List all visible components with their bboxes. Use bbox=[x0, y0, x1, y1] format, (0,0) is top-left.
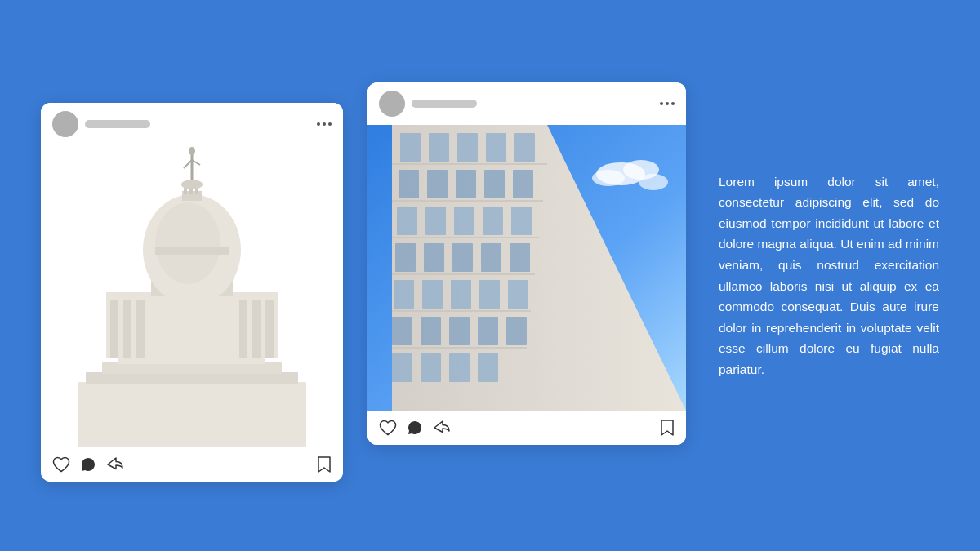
svg-rect-62 bbox=[392, 317, 412, 345]
svg-rect-59 bbox=[451, 280, 471, 309]
svg-rect-1 bbox=[86, 372, 298, 384]
dot-r-1 bbox=[660, 102, 663, 105]
svg-rect-66 bbox=[506, 317, 527, 345]
bookmark-button-right[interactable] bbox=[660, 419, 675, 437]
avatar-right bbox=[379, 91, 405, 117]
post-image-right bbox=[368, 125, 686, 411]
svg-rect-49 bbox=[454, 207, 474, 235]
svg-rect-37 bbox=[400, 133, 421, 162]
card-header-left bbox=[41, 103, 343, 145]
svg-rect-69 bbox=[449, 353, 470, 382]
svg-rect-61 bbox=[508, 280, 528, 309]
dot-2 bbox=[323, 122, 326, 126]
comment-button-right[interactable] bbox=[407, 420, 423, 436]
svg-rect-68 bbox=[421, 353, 441, 382]
svg-rect-41 bbox=[514, 133, 535, 162]
svg-point-35 bbox=[639, 174, 668, 190]
svg-rect-45 bbox=[484, 170, 505, 198]
svg-rect-43 bbox=[427, 170, 448, 198]
building-svg bbox=[368, 125, 686, 411]
svg-rect-8 bbox=[239, 300, 247, 358]
header-right-group bbox=[379, 91, 477, 117]
share-button-right[interactable] bbox=[433, 420, 451, 436]
svg-rect-60 bbox=[479, 280, 500, 309]
svg-rect-58 bbox=[422, 280, 443, 309]
main-container: Lorem ipsum dolor sit amet, consectetur … bbox=[0, 0, 980, 551]
more-options-button[interactable] bbox=[317, 122, 332, 126]
svg-rect-5 bbox=[110, 300, 118, 358]
heart-button[interactable] bbox=[52, 456, 70, 473]
svg-rect-67 bbox=[392, 353, 412, 382]
svg-rect-9 bbox=[252, 300, 261, 358]
dot-3 bbox=[328, 122, 332, 126]
header-left-group bbox=[52, 111, 150, 137]
svg-rect-54 bbox=[452, 243, 473, 272]
svg-rect-70 bbox=[478, 353, 498, 382]
capitol-svg bbox=[61, 145, 323, 447]
footer-actions-right bbox=[379, 420, 451, 436]
svg-rect-39 bbox=[457, 133, 478, 162]
svg-rect-44 bbox=[456, 170, 476, 198]
svg-rect-46 bbox=[513, 170, 533, 198]
svg-rect-42 bbox=[399, 170, 419, 198]
username-bar-right bbox=[412, 100, 477, 108]
svg-rect-64 bbox=[449, 317, 470, 345]
svg-rect-6 bbox=[123, 300, 131, 358]
dot-r-3 bbox=[671, 102, 675, 105]
post-card-left bbox=[41, 103, 343, 482]
username-bar bbox=[85, 120, 150, 128]
post-image-left bbox=[41, 145, 343, 447]
svg-rect-10 bbox=[265, 300, 274, 358]
avatar bbox=[52, 111, 78, 137]
svg-rect-56 bbox=[510, 243, 530, 272]
svg-rect-40 bbox=[486, 133, 506, 162]
text-panel: Lorem ipsum dolor sit amet, consectetur … bbox=[710, 163, 939, 389]
svg-rect-50 bbox=[483, 207, 503, 235]
svg-rect-65 bbox=[478, 317, 498, 345]
comment-button[interactable] bbox=[80, 456, 96, 473]
svg-rect-63 bbox=[421, 317, 441, 345]
svg-point-26 bbox=[181, 180, 203, 189]
svg-rect-7 bbox=[136, 300, 145, 358]
svg-rect-2 bbox=[102, 362, 282, 374]
svg-rect-21 bbox=[155, 247, 229, 255]
share-button[interactable] bbox=[106, 456, 124, 473]
more-options-button-right[interactable] bbox=[660, 102, 675, 105]
svg-rect-53 bbox=[424, 243, 444, 272]
svg-rect-52 bbox=[395, 243, 416, 272]
svg-point-34 bbox=[592, 170, 625, 186]
svg-rect-48 bbox=[425, 207, 446, 235]
svg-rect-51 bbox=[511, 207, 532, 235]
svg-rect-55 bbox=[481, 243, 501, 272]
svg-point-20 bbox=[155, 202, 220, 284]
lorem-ipsum-text: Lorem ipsum dolor sit amet, consectetur … bbox=[719, 171, 939, 380]
svg-rect-0 bbox=[78, 382, 306, 447]
dot-r-2 bbox=[666, 102, 669, 105]
card-footer-left bbox=[41, 447, 343, 482]
heart-button-right[interactable] bbox=[379, 420, 397, 436]
dot-1 bbox=[317, 122, 320, 126]
footer-actions-left bbox=[52, 456, 124, 473]
post-card-right bbox=[368, 82, 686, 445]
bookmark-button[interactable] bbox=[317, 455, 332, 473]
svg-rect-57 bbox=[394, 280, 414, 309]
svg-rect-47 bbox=[397, 207, 417, 235]
svg-rect-38 bbox=[429, 133, 449, 162]
svg-point-28 bbox=[189, 147, 195, 155]
card-footer-right bbox=[368, 411, 686, 445]
card-header-right bbox=[368, 82, 686, 125]
